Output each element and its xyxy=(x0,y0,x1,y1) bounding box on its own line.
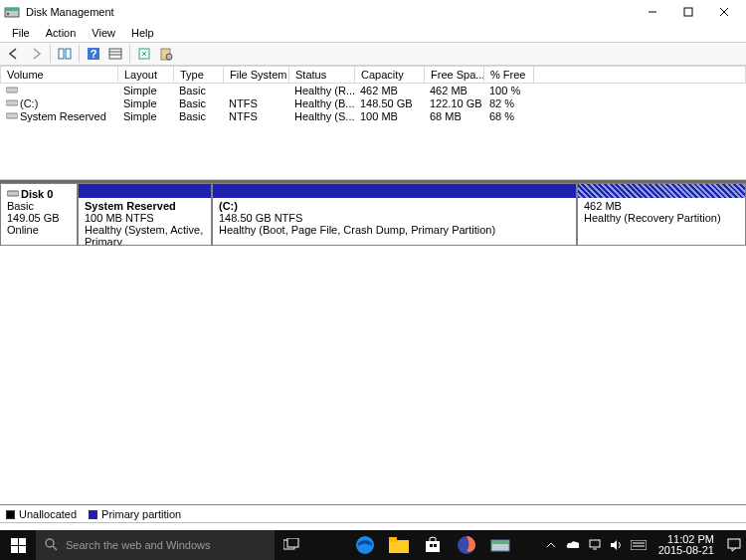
svg-rect-20 xyxy=(7,191,19,196)
partition-recovery[interactable]: 462 MB Healthy (Recovery Partition) xyxy=(577,183,746,246)
svg-rect-8 xyxy=(66,49,71,59)
toolbar-separator xyxy=(50,45,51,63)
menu-bar: File Action View Help xyxy=(0,24,746,42)
table-row[interactable]: System Reserved Simple Basic NTFS Health… xyxy=(0,109,746,122)
svg-rect-37 xyxy=(491,540,509,544)
svg-rect-33 xyxy=(430,544,433,547)
file-explorer-icon[interactable] xyxy=(382,530,416,560)
drive-icon xyxy=(6,85,20,96)
taskbar: Search the web and Windows 11:02 PM 2015… xyxy=(0,530,746,560)
disk-state: Online xyxy=(7,224,71,236)
svg-rect-28 xyxy=(287,538,298,547)
svg-rect-7 xyxy=(59,49,64,59)
title-bar: Disk Management xyxy=(0,0,746,24)
disk-type: Basic xyxy=(7,200,71,212)
store-icon[interactable] xyxy=(416,530,450,560)
clock[interactable]: 11:02 PM 2015-08-21 xyxy=(653,534,720,556)
refresh-icon[interactable] xyxy=(134,44,154,64)
svg-rect-34 xyxy=(434,544,437,547)
col-freespace[interactable]: Free Spa... xyxy=(425,67,484,84)
tray-volume-icon[interactable] xyxy=(609,537,625,553)
tray-network-icon[interactable] xyxy=(587,537,603,553)
partition-stripe xyxy=(79,184,211,198)
toolbar-separator xyxy=(79,45,80,63)
tray-keyboard-icon[interactable] xyxy=(631,537,647,553)
disk-size: 149.05 GB xyxy=(7,212,71,224)
svg-rect-17 xyxy=(6,88,18,93)
svg-rect-22 xyxy=(19,538,26,545)
window-title: Disk Management xyxy=(26,6,635,18)
settings-panel-icon[interactable] xyxy=(105,44,125,64)
forward-button[interactable] xyxy=(26,44,46,64)
svg-point-25 xyxy=(46,539,54,547)
table-row[interactable]: Simple Basic Healthy (R... 462 MB 462 MB… xyxy=(0,84,746,96)
col-layout[interactable]: Layout xyxy=(118,67,174,84)
svg-rect-21 xyxy=(11,538,18,545)
volume-name: System Reserved xyxy=(20,110,106,122)
properties-icon[interactable] xyxy=(156,44,176,64)
menu-help[interactable]: Help xyxy=(123,25,162,41)
svg-point-2 xyxy=(7,13,9,15)
action-center-icon[interactable] xyxy=(726,537,742,553)
svg-rect-18 xyxy=(6,100,18,105)
search-placeholder: Search the web and Windows xyxy=(66,539,211,551)
col-capacity[interactable]: Capacity xyxy=(355,67,425,84)
window-controls xyxy=(635,0,742,24)
partition-stripe xyxy=(578,184,745,198)
search-box[interactable]: Search the web and Windows xyxy=(36,530,275,560)
disk-icon xyxy=(7,188,19,200)
svg-rect-19 xyxy=(6,113,18,118)
firefox-icon[interactable] xyxy=(450,530,483,560)
search-icon xyxy=(44,537,58,553)
svg-rect-38 xyxy=(590,540,600,547)
back-button[interactable] xyxy=(4,44,24,64)
svg-rect-4 xyxy=(684,8,692,16)
svg-rect-11 xyxy=(109,49,121,59)
system-tray: 11:02 PM 2015-08-21 xyxy=(539,534,746,556)
empty-disk-area xyxy=(0,246,746,504)
tray-chevron-up-icon[interactable] xyxy=(543,537,559,553)
partition-c[interactable]: (C:) 148.50 GB NTFS Healthy (Boot, Page … xyxy=(212,183,577,246)
toolbar-separator xyxy=(129,45,130,63)
disk-map: Disk 0 Basic 149.05 GB Online System Res… xyxy=(0,180,746,246)
menu-action[interactable]: Action xyxy=(38,25,85,41)
menu-file[interactable]: File xyxy=(4,25,38,41)
clock-date: 2015-08-21 xyxy=(658,545,714,556)
menu-view[interactable]: View xyxy=(84,25,123,41)
svg-line-26 xyxy=(53,546,57,550)
close-button[interactable] xyxy=(706,0,742,24)
svg-rect-24 xyxy=(19,546,26,553)
legend-primary: Primary partition xyxy=(89,508,181,520)
table-header-row: Volume Layout Type File System Status Ca… xyxy=(1,67,746,84)
tray-onedrive-icon[interactable] xyxy=(565,537,581,553)
svg-point-16 xyxy=(166,54,172,60)
legend: Unallocated Primary partition xyxy=(0,504,746,522)
table-row[interactable]: (C:) Simple Basic NTFS Healthy (B... 148… xyxy=(0,96,746,109)
app-icon xyxy=(4,4,20,20)
svg-text:?: ? xyxy=(91,48,97,60)
svg-rect-1 xyxy=(5,8,19,11)
disk-label: Disk 0 xyxy=(21,188,53,200)
col-status[interactable]: Status xyxy=(289,67,355,84)
show-hide-console-icon[interactable] xyxy=(55,44,75,64)
col-fs[interactable]: File System xyxy=(224,67,289,84)
partition-system-reserved[interactable]: System Reserved 100 MB NTFS Healthy (Sys… xyxy=(78,183,212,246)
svg-rect-23 xyxy=(11,546,18,553)
help-icon[interactable]: ? xyxy=(84,44,103,64)
svg-rect-31 xyxy=(389,537,397,542)
minimize-button[interactable] xyxy=(635,0,670,24)
col-pctfree[interactable]: % Free xyxy=(484,67,534,84)
start-button[interactable] xyxy=(0,530,36,560)
disk-header[interactable]: Disk 0 Basic 149.05 GB Online xyxy=(0,183,78,246)
edge-icon[interactable] xyxy=(348,530,382,560)
task-view-button[interactable] xyxy=(275,530,308,560)
window-frame-bottom xyxy=(0,522,746,530)
legend-unallocated: Unallocated xyxy=(6,508,77,520)
col-type[interactable]: Type xyxy=(174,67,224,84)
toolbar: ? xyxy=(0,42,746,66)
col-volume[interactable]: Volume xyxy=(1,67,118,84)
disk-management-taskbar-icon[interactable] xyxy=(483,530,517,560)
svg-rect-43 xyxy=(728,539,740,548)
maximize-button[interactable] xyxy=(670,0,706,24)
svg-rect-40 xyxy=(631,540,647,550)
